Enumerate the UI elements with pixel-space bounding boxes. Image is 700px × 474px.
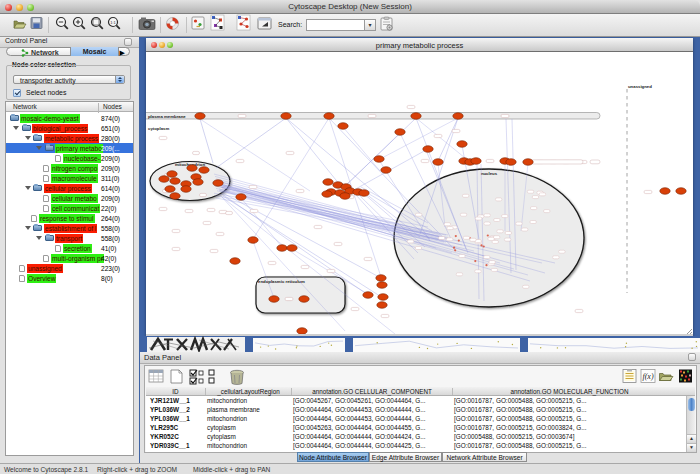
- svg-text:cytoplasm: cytoplasm: [148, 126, 169, 131]
- svg-text:nucleus: nucleus: [481, 171, 498, 176]
- svg-text:endoplasmic reticulum: endoplasmic reticulum: [258, 279, 305, 284]
- svg-text:unassigned: unassigned: [628, 84, 652, 89]
- svg-text:1:1: 1:1: [110, 20, 116, 25]
- svg-text:f(x): f(x): [642, 372, 653, 381]
- svg-text:plasma membrane: plasma membrane: [148, 114, 186, 119]
